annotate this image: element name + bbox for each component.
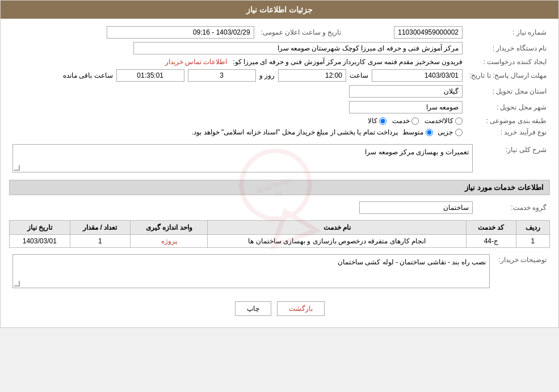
need-number-value: 1103004959000002 [344,24,466,40]
col-service-code: کد خدمت [466,221,516,235]
service-group-label: گروه خدمت: [476,200,550,216]
province-value: گیلان [9,83,466,99]
button-row: بازگشت چاپ [9,296,550,322]
cell-unit: پروژه [131,235,208,248]
process-medium: متوسط [402,128,433,136]
back-button[interactable]: بازگشت [277,301,325,316]
cell-service-name: انجام کارهای متفرقه درخصوص بازسازی و بهس… [208,235,466,248]
resize-handle[interactable] [14,165,20,171]
announce-value: 1403/02/29 - 09:16 [9,24,258,40]
service-group-box: ساختمان [359,201,473,214]
page-header: جزئیات اطلاعات نیاز [1,1,558,19]
need-number-label: شماره نیاز : [466,24,550,40]
buyer-notes-resize[interactable] [14,281,20,286]
need-number-box: 1103004959000002 [394,26,463,39]
created-by-label: ایجاد کننده درخواست : [466,56,550,68]
process-row: جزیی متوسط پرداخت تمام یا بخشی از مبلغ خ… [9,127,466,138]
radio-goods-input[interactable] [379,117,386,125]
buyer-notes-cell: نصب راه بند - نقاشی ساختمان - لوله کشی س… [9,252,493,290]
radio-medium-label: متوسط [402,128,423,136]
buyer-org-box: مرکز آموزش فنی و حرفه ای میرزا کوچک شهرس… [133,42,463,54]
deadline-time-label: ساعت [350,71,368,79]
deadline-label: مهلت ارسال پاسخ: تا تاریخ: [466,68,550,83]
deadline-days: 3 [188,69,256,82]
print-button[interactable]: چاپ [235,301,271,316]
radio-partial-label: جزیی [438,128,453,136]
radio-goods-label: کالا [368,117,377,125]
col-unit: واحد اندازه گیری [131,221,208,235]
deadline-day-label: روز و [259,71,275,79]
process-note: پرداخت تمام یا بخشی از مبلغ خریداز محل "… [192,128,398,136]
radio-service: خدمت [392,117,419,125]
radio-goods-service-input[interactable] [455,117,463,125]
province-label: استان محل تحویل : [466,83,550,99]
radio-service-input[interactable] [411,117,419,125]
need-description-text: تعمیرات و بهسازی مرکز صومعه سرا [365,148,469,156]
announce-box: 1403/02/29 - 09:16 [107,26,254,39]
city-box: صومعه سرا [349,101,463,113]
cell-quantity: 1 [70,235,130,248]
process-partial: جزیی [438,128,463,136]
deadline-time: 12:00 [278,69,346,82]
deadline-date: 1403/03/01 [372,69,463,82]
category-label: طبقه بندی موضوعی : [466,115,550,127]
deadline-row: 1403/03/01 ساعت 12:00 روز و 3 01:35:01 س… [9,68,466,83]
contact-link[interactable]: اطلاعات تماس خریدار [165,58,228,66]
buyer-notes-box: نصب راه بند - نقاشی ساختمان - لوله کشی س… [12,254,490,288]
radio-goods-service: کالا/خدمت [424,117,463,125]
announce-label: تاریخ و ساعت اعلان عمومی: [258,24,345,40]
service-group-value: ساختمان [9,200,476,216]
buyer-notes-text: نصب راه بند - نقاشی ساختمان - لوله کشی س… [338,258,486,266]
col-service-name: نام خدمت [208,221,466,235]
cell-service-code: ج-44 [466,235,516,248]
created-by-text: فریدون سخرخیز مقدم فتمه سری کاربرداز مرک… [233,58,463,66]
services-section-title: اطلاعات خدمات مورد نیاز [9,180,550,195]
radio-goods-service-label: کالا/خدمت [424,117,453,125]
deadline-remaining-label: ساعت باقی مانده [63,71,113,79]
process-label: نوع فرآیند خرید : [466,127,550,138]
radio-goods: کالا [368,117,386,125]
province-box: گیلان [349,85,463,98]
buyer-notes-label: توضیحات خریدار: [493,252,550,290]
city-value: صومعه سرا [9,99,466,115]
cell-row-num: 1 [516,235,549,248]
table-row: 1 ج-44 انجام کارهای متفرقه درخصوص بازساز… [10,235,550,248]
deadline-remaining: 01:35:01 [116,69,184,82]
buyer-org-label: نام دستگاه خریدار : [466,40,550,56]
need-description-label: شرح کلی نیاز: [476,142,550,174]
col-row-num: ردیف [516,221,549,235]
radio-service-label: خدمت [392,117,410,125]
col-quantity: تعداد / مقدار [70,221,130,235]
city-label: شهر محل تحویل : [466,99,550,115]
created-by-value: فریدون سخرخیز مقدم فتمه سری کاربرداز مرک… [9,56,466,68]
col-need-date: تاریخ نیاز [10,221,70,235]
need-description-box: تعمیرات و بهسازی مرکز صومعه سرا [12,144,473,172]
category-options: کالا/خدمت خدمت کالا [9,115,466,127]
radio-medium-input[interactable] [426,129,433,136]
buyer-org-value: مرکز آموزش فنی و حرفه ای میرزا کوچک شهرس… [9,40,466,56]
cell-need-date: 1403/03/01 [10,235,70,248]
radio-partial-input[interactable] [455,129,463,136]
need-description-cell: تعمیرات و بهسازی مرکز صومعه سرا [9,142,476,174]
